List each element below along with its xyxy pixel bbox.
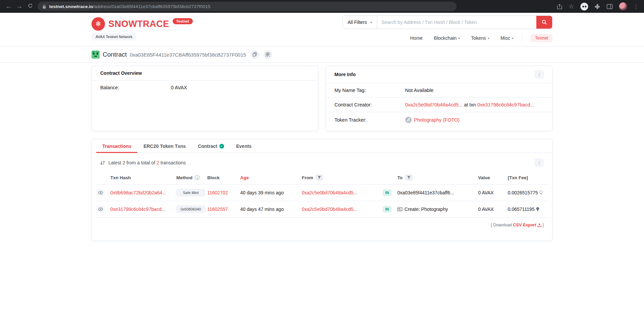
transactions-summary: Latest 2 from a total of 2 transactions bbox=[100, 160, 186, 165]
sort-icon bbox=[100, 161, 105, 165]
snowtrace-logo[interactable]: ❄ SNOWTRACE Testnet bbox=[92, 17, 193, 31]
method-badge[interactable]: Safe Mint bbox=[176, 189, 205, 196]
qr-code-button[interactable] bbox=[263, 50, 272, 59]
to-filter-button[interactable] bbox=[405, 175, 413, 181]
summary-count: 2 bbox=[156, 160, 159, 165]
summary-prefix: Latest 2 from a total of bbox=[108, 160, 155, 165]
nav-misc-label: Misc bbox=[500, 35, 510, 41]
balance-label: Balance: bbox=[100, 85, 171, 90]
nav-item-tokens[interactable]: Tokens ▾ bbox=[471, 35, 489, 41]
browser-back-button[interactable]: ← bbox=[3, 0, 14, 13]
from-address-link[interactable]: 0xa2c5e0bd70b48a4cd5... bbox=[302, 190, 357, 195]
block-link[interactable]: 11602557 bbox=[207, 207, 228, 212]
col-age[interactable]: Age bbox=[240, 175, 249, 180]
extensions-button[interactable] bbox=[595, 4, 600, 9]
col-from: From bbox=[302, 175, 313, 180]
contract-creator-label: Contract Creator: bbox=[334, 102, 405, 107]
txn-hash-link[interactable]: 0x8b698ac72bd20b2a64... bbox=[110, 190, 166, 195]
bookmark-button[interactable]: ☆ bbox=[569, 3, 574, 10]
direction-badge: IN bbox=[383, 189, 392, 196]
from-filter-button[interactable] bbox=[316, 175, 323, 181]
txn-preview-button[interactable] bbox=[96, 189, 105, 196]
txn-fee-value: 0.0026515775 bbox=[508, 190, 538, 195]
direction-badge: IN bbox=[383, 206, 392, 213]
txn-hash-link[interactable]: 0xe31798c6c84c97bacd... bbox=[110, 207, 165, 212]
gas-lightbulb-icon[interactable] bbox=[539, 190, 543, 195]
download-label: Download bbox=[493, 223, 512, 227]
from-address-link[interactable]: 0xa2c5e0bd70b48a4cd5... bbox=[302, 207, 357, 212]
contract-creator-address-link[interactable]: 0xa2c5e0bd70b48a4cd5... bbox=[405, 102, 463, 107]
browser-toolbar: ← → testnet.snowtrace.io/address/0xa03e8… bbox=[0, 0, 644, 13]
col-txn-fee: [Txn Fee] bbox=[508, 171, 548, 185]
table-row: 0xe31798c6c84c97bacd... 0x60806040 11602… bbox=[96, 201, 548, 218]
site-header: ❄ SNOWTRACE Testnet AVAX Testnet Network… bbox=[0, 13, 644, 46]
age-value: 40 days 47 mins ago bbox=[240, 201, 302, 218]
nav-blockchain-label: Blockchain bbox=[434, 35, 457, 41]
qr-code-icon bbox=[266, 53, 270, 57]
side-panel-button[interactable] bbox=[607, 4, 613, 9]
share-icon bbox=[557, 4, 562, 9]
search-filter-label: All Filters bbox=[348, 20, 367, 25]
token-tracker-link[interactable]: Photography (FOTO) bbox=[414, 117, 460, 123]
address-bar[interactable]: testnet.snowtrace.io/address/0xa03e85f44… bbox=[38, 2, 457, 11]
profile-avatar[interactable] bbox=[619, 2, 627, 10]
verified-check-icon: ✓ bbox=[219, 144, 224, 149]
col-to: To bbox=[397, 175, 403, 180]
nav-item-misc[interactable]: Misc ▾ bbox=[500, 35, 513, 41]
nav-testnet-badge[interactable]: Testnet bbox=[531, 34, 552, 42]
nav-divider bbox=[522, 34, 522, 42]
block-link[interactable]: 11602702 bbox=[207, 190, 228, 195]
more-info-menu-button[interactable]: ⋮ bbox=[535, 70, 544, 78]
page-title: Contract bbox=[103, 51, 127, 58]
extension-icon[interactable] bbox=[580, 3, 588, 10]
name-tag-value: Not Available bbox=[405, 88, 433, 93]
browser-forward-button[interactable]: → bbox=[14, 0, 25, 13]
browser-menu-button[interactable]: ⋮ bbox=[634, 3, 639, 9]
tab-events[interactable]: Events bbox=[230, 139, 258, 153]
contract-identicon bbox=[92, 51, 100, 59]
eye-icon bbox=[98, 208, 103, 211]
summary-suffix: transactions bbox=[160, 160, 186, 165]
tab-transactions[interactable]: Transactions bbox=[96, 139, 137, 153]
browser-reload-button[interactable] bbox=[25, 0, 36, 13]
lock-icon bbox=[42, 4, 46, 9]
share-button[interactable] bbox=[557, 4, 562, 9]
transactions-menu-button[interactable]: ⋮ bbox=[535, 159, 544, 167]
info-icon[interactable]: i bbox=[195, 175, 200, 180]
chevron-down-icon: ▾ bbox=[512, 36, 513, 40]
page-title-section: Contract 0xa03E85F4411e37CBAff635975bf38… bbox=[0, 46, 644, 63]
download-icon[interactable] bbox=[537, 223, 541, 227]
more-info-card: More Info ⋮ My Name Tag: Not Available C… bbox=[326, 66, 552, 131]
puzzle-icon bbox=[595, 4, 600, 9]
tab-events-label: Events bbox=[236, 144, 252, 149]
to-address: 0xa03e85f4411e37cbaff6... bbox=[397, 190, 454, 195]
search-input[interactable] bbox=[377, 16, 536, 29]
col-txn-hash: Txn Hash bbox=[110, 171, 176, 185]
bracket-close: ] bbox=[543, 223, 544, 227]
transactions-card: Transactions ERC20 Token Txns Contract ✓… bbox=[92, 139, 552, 241]
to-contract-creation: Create: Photography bbox=[404, 207, 448, 212]
copy-address-button[interactable] bbox=[250, 50, 259, 59]
url-path: /address/0xa03e85f4411e37cbaff635975bf38… bbox=[93, 4, 211, 9]
creator-txn-link[interactable]: 0xe31798c6c84c97bacd... bbox=[477, 102, 534, 107]
tab-transactions-label: Transactions bbox=[102, 144, 131, 149]
contract-address: 0xa03E85F4411e37CBAff635975bf38cB2737F00… bbox=[130, 52, 246, 58]
contract-creation-icon bbox=[397, 207, 402, 211]
nav-item-blockchain[interactable]: Blockchain ▾ bbox=[434, 35, 460, 41]
more-info-card-title: More Info bbox=[334, 72, 356, 77]
download-csv-row: [ Download CSV Export ] bbox=[92, 218, 552, 227]
tab-erc20-token-txns[interactable]: ERC20 Token Txns bbox=[137, 139, 192, 153]
nav-item-home[interactable]: Home bbox=[410, 35, 423, 41]
search-filter-dropdown[interactable]: All Filters ▾ bbox=[343, 16, 377, 29]
txn-fee-value: 0.065711195 bbox=[508, 207, 535, 212]
gas-lightbulb-icon[interactable] bbox=[536, 207, 539, 212]
contract-overview-card: Contract Overview Balance: 0 AVAX bbox=[92, 66, 318, 131]
age-value: 40 days 39 mins ago bbox=[240, 185, 302, 201]
search-button[interactable] bbox=[536, 16, 552, 29]
chevron-down-icon: ▾ bbox=[458, 36, 460, 40]
txn-preview-button[interactable] bbox=[96, 206, 105, 213]
balance-value: 0 AVAX bbox=[171, 85, 187, 90]
csv-export-link[interactable]: CSV Export bbox=[513, 223, 536, 227]
tab-contract[interactable]: Contract ✓ bbox=[192, 139, 230, 153]
method-badge[interactable]: 0x60806040 bbox=[176, 205, 205, 213]
